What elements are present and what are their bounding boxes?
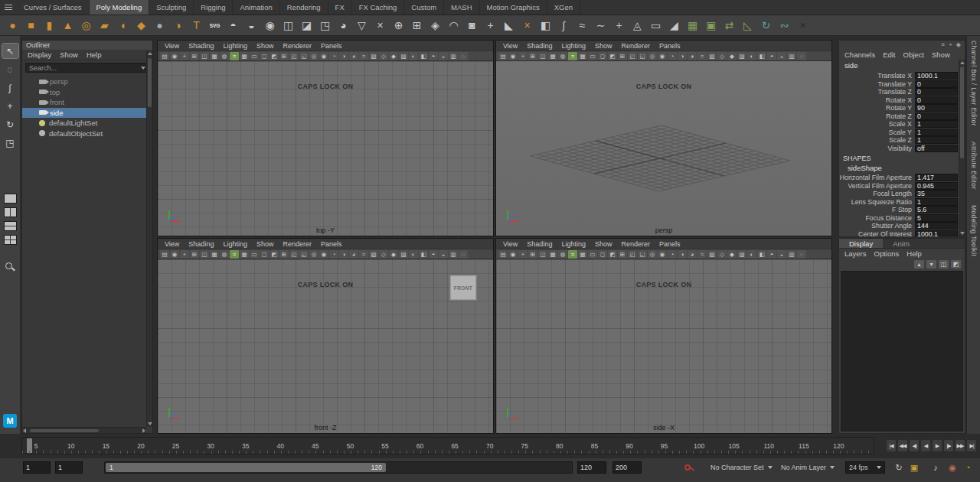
viewport-tool-icon[interactable]: ▧ [369,52,378,60]
viewport-menu-item[interactable]: View [165,42,179,50]
toolbox-tool[interactable]: ↖ [2,44,18,58]
viewport-tool-icon[interactable]: ⊞ [279,52,289,60]
shelf-tool-icon[interactable]: ▽ [353,17,371,34]
viewport-menu-item[interactable]: Lighting [561,240,586,248]
channel-value-field[interactable]: 5 [915,214,958,222]
transport-button[interactable]: |▶ [943,439,954,452]
viewport-tool-icon[interactable]: ▥ [449,250,458,259]
sidebar-panel-toggle[interactable]: Attribute Editor [970,142,978,190]
outliner-menu-item[interactable]: Show [60,50,78,59]
viewport-menu-item[interactable]: Show [256,42,274,50]
channel-box-menu-item[interactable]: Show [932,50,950,59]
transport-button[interactable]: ▶▶ [955,439,965,452]
channel-value-field[interactable]: 0 [915,88,958,96]
viewport-tool-icon[interactable]: ▦ [548,52,557,60]
layer-editor-menu-item[interactable]: Layers [844,249,867,258]
shelf-tool-icon[interactable]: ▦ [684,17,701,34]
viewport-tool-icon[interactable]: + [180,52,189,60]
shelf-tab[interactable]: Rigging [194,0,233,15]
viewport-tool-icon[interactable]: ▨ [737,52,746,60]
viewport-tool-icon[interactable]: ◐ [747,250,756,259]
scroll-left-icon[interactable] [23,428,26,433]
viewport-tool-icon[interactable]: ◻ [598,52,607,60]
shelf-tool-icon[interactable]: ◖ [114,17,132,34]
shelf-tool-icon[interactable]: ◬ [629,17,646,34]
channel-label[interactable]: Rotate Z [839,112,915,120]
outliner-tree[interactable]: persp top front side [22,74,152,433]
shelf-tool-icon[interactable]: ■ [22,17,40,34]
shelf-tool-icon[interactable]: ◑ [169,17,187,34]
viewport-tool-icon[interactable]: ◓ [767,52,776,60]
viewport-menu-item[interactable]: Show [595,240,612,248]
channel-value-field[interactable]: 0.945 [915,182,958,190]
channel-box-header-icon[interactable]: ≡ [942,42,946,48]
viewport-tool-icon[interactable]: ▦ [210,52,219,60]
viewport-tool-icon[interactable]: ◌ [797,250,806,259]
shelf-tool-icon[interactable]: ▲ [59,17,77,34]
viewport-menu-item[interactable]: Renderer [621,42,650,50]
viewport-tool-icon[interactable]: ◕ [349,52,358,60]
viewport-tool-icon[interactable]: ◔ [668,250,677,259]
viewport-tool-icon[interactable]: ▥ [449,52,458,60]
viewport-tool-icon[interactable]: ◉ [658,52,667,60]
channel-label[interactable]: F Stop [839,206,915,213]
viewport-tool-icon[interactable]: ◰ [628,250,637,259]
viewport-tool-icon[interactable]: ▭ [588,250,597,259]
viewport-menu-item[interactable]: View [165,240,179,248]
viewport-tool-icon[interactable]: ◔ [668,52,677,60]
viewport-tool-icon[interactable]: ◆ [389,52,398,60]
viewport-tool-icon[interactable]: ▤ [160,52,169,60]
viewport-menu-item[interactable]: Renderer [621,240,650,248]
viewport-tool-icon[interactable]: ◌ [797,52,806,60]
shelf-tool-icon[interactable]: ◎ [77,17,95,34]
layer-list[interactable] [841,271,963,432]
layer-editor-menu-item[interactable]: Options [874,249,900,258]
viewport-tool-icon[interactable]: ◇ [717,52,727,60]
viewport-tool-icon[interactable]: ▥ [787,250,796,259]
shelf-tab[interactable]: Custom [404,0,444,15]
viewport-tool-icon[interactable]: ▨ [737,250,746,259]
viewport-tool-icon[interactable]: ◻ [598,250,607,259]
viewport-tool-icon[interactable]: ◱ [638,250,647,259]
channel-value-field[interactable]: 0 [915,80,958,88]
viewport-tool-icon[interactable]: ◫ [200,52,209,60]
viewport-tool-icon[interactable]: ▨ [399,250,408,259]
viewport-tool-icon[interactable]: ◱ [299,52,309,60]
viewport-tool-icon[interactable]: ◰ [628,52,637,60]
shelf-tool-icon[interactable]: ◈ [426,17,444,34]
channel-label[interactable]: Horizontal Film Aperture [839,174,915,181]
viewport-tool-icon[interactable]: ◆ [727,52,737,60]
viewport-tool-icon[interactable]: ◻ [260,52,269,60]
viewport-tool-icon[interactable]: ◐ [747,52,756,60]
shelf-tab[interactable]: Animation [233,0,279,15]
fps-dropdown[interactable]: 24 fps [845,461,885,474]
viewport-tool-icon[interactable]: ◇ [379,250,388,259]
transport-button[interactable]: ▶ [932,439,942,452]
viewport-menu-item[interactable]: Renderer [283,42,312,50]
viewport-tool-icon[interactable]: ▤ [160,250,169,259]
channel-value-field[interactable]: 144 [915,222,958,230]
shelf-tool-icon[interactable]: ◣ [500,17,518,34]
outliner-item[interactable]: persp [22,77,152,87]
shelf-tool-icon[interactable]: ◪ [298,17,315,34]
viewport-tool-icon[interactable]: ◉ [319,250,328,259]
channel-label[interactable]: Scale Y [839,129,915,136]
playback-start-field[interactable]: 1 [55,461,83,474]
viewport-tool-icon[interactable]: ◰ [289,52,299,60]
shelf-tool-icon[interactable]: ↻ [757,17,775,34]
viewport-tool-icon[interactable]: ◎ [309,250,318,259]
shelf-tab[interactable]: MASH [444,0,479,15]
viewport-tool-icon[interactable]: ◔ [329,52,338,60]
channel-value-field[interactable]: 5.6 [915,206,958,213]
viewport-tool-icon[interactable]: ≈ [568,250,577,259]
outliner-vertical-scrollbar[interactable] [146,50,152,427]
shelf-tab[interactable]: Rendering [280,0,328,15]
toolbox-tool[interactable]: ◌ [2,62,18,77]
viewport-tool-icon[interactable]: ▨ [399,52,408,60]
two-pane-layout-button[interactable] [4,207,17,217]
channel-label[interactable]: Translate Z [839,88,915,96]
viewport-canvas-front[interactable]: CAPS LOCK ON FRONT front -Z [158,259,493,433]
channel-box-header-icon[interactable]: + [949,42,952,48]
viewport-tool-icon[interactable]: ◻ [260,250,269,259]
viewport-tool-icon[interactable]: ◧ [757,250,766,259]
